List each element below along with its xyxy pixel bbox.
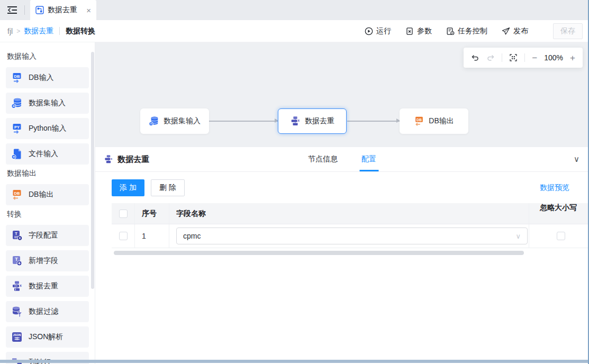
collapse-sidebar-button[interactable] [0,0,24,20]
publish-plane-icon [502,27,510,35]
row-ignore-case-cell [529,224,589,248]
toolbar-actions: 运行 参数 任务控制 [365,23,583,39]
canvas-zoom-toolbar: − 100% + [464,48,583,68]
node-palette-sidebar: 数据输入 DB DB输入 数据集输入 [0,42,95,364]
node-dataset-input[interactable]: 数据集输入 [140,108,209,134]
tab-node-info[interactable]: 节点信息 [308,147,338,171]
svg-text:DB: DB [14,74,20,79]
publish-button[interactable]: 发布 [502,26,528,36]
parameters-label: 参数 [417,26,432,36]
node-dedup[interactable]: x 数据去重 [278,108,347,134]
sidebar-item-json-parse[interactable]: JSON JSON解析 [6,326,89,348]
redo-button[interactable] [486,53,495,62]
redo-icon [486,53,495,62]
python-input-icon: PY [11,123,23,134]
panel-toolbar: 添 加 删 除 数据预览 [95,172,589,203]
zoom-out-button[interactable]: − [532,53,537,62]
breadcrumb-separator-icon: > [16,28,20,35]
sidebar-item-add-field[interactable]: T 新增字段 [6,250,89,271]
edge-dedup-to-dboutput [347,121,400,122]
play-circle-icon [365,27,373,35]
zoom-level: 100% [544,53,563,62]
page-title: 数据转换 [66,26,95,36]
select-all-checkbox[interactable] [119,210,128,218]
svg-text:x: x [111,157,113,160]
table-horizontal-scrollbar[interactable] [114,251,524,255]
node-db-output[interactable]: DB DB输出 [400,108,468,134]
sidebar-item-label: 数据集输入 [29,98,66,108]
sidebar-item-dataset-input[interactable]: 数据集输入 [6,93,89,114]
panel-header: x 数据去重 节点信息 配置 ∨ [95,147,589,172]
task-control-icon [446,27,455,35]
run-label: 运行 [376,26,391,36]
node-label: 数据集输入 [164,116,201,126]
field-name-select[interactable]: cpmc ∨ [176,228,528,244]
svg-text:x: x [20,284,22,287]
run-button[interactable]: 运行 [365,26,391,36]
breadcrumb-root[interactable]: fjl [7,27,13,35]
delete-button[interactable]: 删 除 [151,179,185,196]
divider [59,27,60,35]
dedup-icon: x [290,116,301,126]
field-config-icon: T [11,230,23,241]
close-icon[interactable]: × [86,6,91,14]
flow-diagram-icon [35,6,44,14]
sidebar-section-data-input: 数据输入 [7,52,89,61]
sidebar-item-label: DB输出 [29,190,53,199]
breadcrumb-section[interactable]: 数据去重 [24,26,53,36]
svg-text:T: T [15,257,18,262]
sidebar-item-python-input[interactable]: PY Python输入 [6,118,89,139]
body-row: 数据输入 DB DB输入 数据集输入 [0,42,589,364]
zoom-in-button[interactable]: + [570,53,575,62]
svg-text:PY: PY [14,125,20,130]
row-checkbox[interactable] [119,232,128,240]
db-output-icon: DB [414,116,424,126]
sidebar-item-dedup[interactable]: x 数据去重 [6,276,89,297]
svg-text:DB: DB [14,191,20,196]
parameters-button[interactable]: 参数 [405,26,432,36]
breadcrumb: fjl > 数据去重 数据转换 [7,26,95,36]
add-field-icon: T [11,255,23,267]
sidebar-item-label: DB输入 [29,73,53,83]
add-button[interactable]: 添 加 [112,179,144,196]
task-control-button[interactable]: 任务控制 [446,26,487,36]
tab-config[interactable]: 配置 [361,147,376,171]
node-config-panel: x 数据去重 节点信息 配置 ∨ 添 加 删 除 数据预览 [95,147,589,364]
table-header-row: 序号 字段名称 忽略大小写 [112,203,589,224]
sidebar-item-label: Python输入 [29,124,67,133]
data-preview-link[interactable]: 数据预览 [540,183,569,193]
top-toolbar: fjl > 数据去重 数据转换 运行 参数 [0,20,589,42]
chevron-down-icon: ∨ [515,232,521,240]
sidebar-item-data-filter[interactable]: 数据过滤 [6,301,89,322]
row-field-cell: cpmc ∨ [169,224,529,248]
sidebar-item-db-input[interactable]: DB DB输入 [6,67,89,88]
db-output-icon: DB [11,189,23,201]
dataset-input-icon [149,116,159,126]
chevron-down-icon[interactable]: ∨ [574,154,579,164]
sidebar-section-transform: 转换 [7,210,89,219]
sidebar-item-label: 数据过滤 [29,307,58,316]
parameters-doc-icon [405,27,414,35]
tab-data-dedup[interactable]: 数据去重 × [30,0,96,20]
sidebar-item-label: JSON解析 [29,332,63,342]
flow-canvas[interactable]: − 100% + 数据集输入 [95,42,589,147]
ignore-case-checkbox[interactable] [557,232,565,240]
fit-view-button[interactable] [509,53,518,62]
sidebar-item-db-output[interactable]: DB DB输出 [6,184,89,205]
header-field-name: 字段名称 [169,203,529,224]
main-area: − 100% + 数据集输入 [95,42,589,364]
save-button[interactable]: 保存 [553,23,583,39]
row-seq: 1 [135,224,169,248]
dedup-fields-table: 序号 字段名称 忽略大小写 1 cpmc ∨ [112,203,589,255]
sidebar-item-field-config[interactable]: T 字段配置 [6,225,89,246]
dedup-icon: x [11,280,23,292]
header-checkbox-cell [112,203,135,224]
sidebar-item-file-input[interactable]: 文件输入 [6,143,89,165]
sidebar-scrollbar[interactable] [91,52,94,289]
collapse-menu-icon [7,6,17,14]
svg-text:T: T [15,231,17,236]
table-row: 1 cpmc ∨ [112,224,589,248]
undo-button[interactable] [471,53,479,62]
task-control-label: 任务控制 [458,26,487,36]
dataset-input-icon [11,97,23,109]
